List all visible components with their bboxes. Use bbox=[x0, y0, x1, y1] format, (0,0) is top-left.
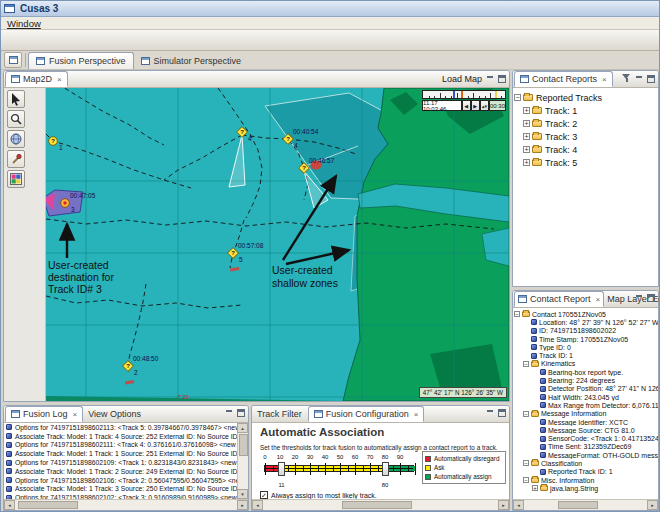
scroll-right-button[interactable]: ▸ bbox=[498, 500, 509, 510]
log-entry[interactable]: Associate Track: Model: 1 Track: 1 Sourc… bbox=[5, 449, 237, 458]
tab-simulator-perspective[interactable]: Simulator Perspective bbox=[134, 52, 249, 69]
tab-fusion-configuration[interactable]: Fusion Configuration × bbox=[308, 406, 425, 422]
expand-icon[interactable]: + bbox=[523, 107, 530, 114]
collapse-icon[interactable]: − bbox=[523, 460, 529, 466]
tree-node[interactable]: Type ID: 0 bbox=[513, 343, 658, 351]
open-perspective-button[interactable] bbox=[4, 52, 22, 68]
tree-node[interactable]: Track ID: 1 bbox=[513, 351, 658, 359]
tree-node[interactable]: Half Width: 243.045 yd bbox=[513, 393, 658, 401]
scroll-up-button[interactable]: ▴ bbox=[237, 423, 248, 433]
scroll-down-button[interactable]: ▾ bbox=[237, 489, 248, 499]
menu-window[interactable]: Window bbox=[1, 18, 47, 29]
tree-node[interactable]: −Contact 170551ZNov05 bbox=[513, 310, 658, 318]
tree-node[interactable]: Reported Track ID: 1 bbox=[513, 468, 658, 476]
map-canvas[interactable]: ?1?4?400:40:54?00:46:57300:47:05?500:57:… bbox=[46, 88, 509, 401]
tree-node[interactable]: −Classification bbox=[513, 459, 658, 467]
titlebar[interactable]: Cusas 3 bbox=[1, 1, 659, 17]
log-entry[interactable]: Options for 74197151898602113: <Track 5:… bbox=[5, 423, 237, 432]
association-threshold-slider[interactable]: 01020304050607080901180 bbox=[264, 465, 414, 472]
log-entry[interactable]: Options for 74197151898602111: <Track 4:… bbox=[5, 441, 237, 450]
tree-node[interactable]: −Message Information bbox=[513, 410, 658, 418]
expand-icon[interactable]: + bbox=[523, 133, 530, 140]
tree-node[interactable]: SensorCode: <Track 1: 0.41713524/0.4171 bbox=[513, 434, 658, 442]
tree-node[interactable]: Message Identifier: XCTC bbox=[513, 418, 658, 426]
tree-node[interactable]: Time Stamp: 170551ZNov05 bbox=[513, 335, 658, 343]
tree-node[interactable]: Message Source: CTG 81.0 bbox=[513, 426, 658, 434]
vertical-scrollbar[interactable]: ▴ ▾ bbox=[237, 423, 248, 499]
tab-track-filter[interactable]: Track Filter bbox=[252, 406, 307, 422]
tree-node[interactable]: +Track: 4 bbox=[513, 143, 658, 156]
minimize-icon[interactable] bbox=[486, 409, 494, 417]
minimize-icon[interactable] bbox=[635, 294, 643, 302]
scroll-thumb[interactable] bbox=[239, 434, 248, 456]
scroll-right-button[interactable]: ▸ bbox=[647, 500, 658, 510]
scroll-right-button[interactable]: ▸ bbox=[237, 500, 248, 510]
expand-icon[interactable]: + bbox=[523, 120, 530, 127]
checkbox[interactable]: ✓ bbox=[260, 491, 268, 499]
log-entry[interactable]: Associate Track: Model: 1 Track: 2 Sourc… bbox=[5, 467, 237, 476]
close-icon[interactable]: × bbox=[57, 75, 62, 84]
tree-node[interactable]: −Misc. Information bbox=[513, 476, 658, 484]
tree-node[interactable]: +Track: 5 bbox=[513, 156, 658, 169]
step-forward-button[interactable]: ▶ bbox=[471, 100, 480, 111]
tree-node[interactable]: Detector Position: 48° 27' 41" N 126° 52… bbox=[513, 385, 658, 393]
collapse-icon[interactable]: − bbox=[514, 311, 520, 317]
load-map-button[interactable]: Load Map bbox=[442, 74, 482, 84]
tab-contact-reports[interactable]: Contact Reports × bbox=[514, 71, 613, 87]
tree-node[interactable]: Max Range from Detector: 6,076.115 yd bbox=[513, 401, 658, 409]
slider-handle-high[interactable] bbox=[382, 462, 389, 476]
expand-icon[interactable]: + bbox=[532, 485, 538, 491]
filter-icon[interactable] bbox=[622, 74, 631, 83]
close-icon[interactable]: × bbox=[602, 75, 607, 84]
map-tool-globe-button[interactable] bbox=[7, 130, 25, 148]
tree-node[interactable]: −Reported Tracks bbox=[513, 91, 658, 104]
log-entry[interactable]: Associate Track: Model: 1 Track: 4 Sourc… bbox=[5, 432, 237, 441]
close-icon[interactable]: × bbox=[596, 295, 601, 304]
tab-contact-report[interactable]: Contact Report × bbox=[514, 291, 604, 307]
maximize-icon[interactable] bbox=[498, 75, 506, 83]
interval-spinner[interactable]: ▴▾ bbox=[480, 100, 489, 111]
collapse-icon[interactable]: − bbox=[523, 411, 529, 417]
map-tool-zoom-button[interactable] bbox=[7, 110, 25, 128]
collapse-icon[interactable]: − bbox=[514, 94, 521, 101]
horizontal-scrollbar[interactable]: ◂ ▸ bbox=[4, 499, 248, 510]
maximize-icon[interactable] bbox=[237, 409, 245, 417]
horizontal-scrollbar[interactable]: ◂ ▸ bbox=[513, 499, 658, 510]
maximize-icon[interactable] bbox=[647, 75, 655, 83]
slider-handle-low[interactable] bbox=[278, 462, 285, 476]
maximize-icon[interactable] bbox=[498, 409, 506, 417]
minimize-icon[interactable] bbox=[225, 409, 233, 417]
tab-fusion-log[interactable]: Fusion Log × bbox=[5, 406, 83, 422]
tree-node[interactable]: Bearing: 224 degrees bbox=[513, 376, 658, 384]
log-entry[interactable]: Associate Track: Model: 1 Track: 3 Sourc… bbox=[5, 485, 237, 494]
scroll-left-button[interactable]: ◂ bbox=[252, 500, 263, 510]
tree-node[interactable]: +Track: 2 bbox=[513, 117, 658, 130]
tree-node[interactable]: −Kinematics bbox=[513, 360, 658, 368]
map-tool-layers-button[interactable] bbox=[7, 170, 25, 188]
scroll-left-button[interactable]: ◂ bbox=[4, 500, 15, 510]
tree-node[interactable]: Time Sent: 312359ZDec69 bbox=[513, 443, 658, 451]
tree-node[interactable]: +Track: 1 bbox=[513, 104, 658, 117]
map-tool-pin-button[interactable] bbox=[7, 150, 25, 168]
tree-node[interactable]: Bearing-box report type. bbox=[513, 368, 658, 376]
maximize-icon[interactable] bbox=[647, 294, 655, 302]
log-entry[interactable]: Options for 74197151898602109: <Track 1:… bbox=[5, 458, 237, 467]
horizontal-scrollbar[interactable]: ◂ ▸ bbox=[252, 499, 509, 510]
tree-node[interactable]: Location: 48° 27' 39" N 126° 52' 27" W bbox=[513, 318, 658, 326]
step-back-button[interactable]: ◀ bbox=[462, 100, 471, 111]
tree-node[interactable]: MessageFormat: OTH-GOLD message forma bbox=[513, 451, 658, 459]
tab-view-options[interactable]: View Options bbox=[83, 406, 146, 422]
expand-icon[interactable]: + bbox=[523, 146, 530, 153]
map-tool-select-button[interactable] bbox=[7, 90, 25, 108]
close-icon[interactable]: × bbox=[414, 410, 419, 419]
tree-node[interactable]: +java.lang.String bbox=[513, 484, 658, 492]
minimize-icon[interactable] bbox=[486, 75, 494, 83]
collapse-icon[interactable]: − bbox=[523, 361, 529, 367]
minimize-icon[interactable] bbox=[635, 75, 643, 83]
scroll-thumb[interactable] bbox=[342, 501, 412, 509]
scroll-left-button[interactable]: ◂ bbox=[513, 500, 524, 510]
collapse-icon[interactable]: − bbox=[523, 477, 529, 483]
tab-map2d[interactable]: Map2D × bbox=[5, 71, 68, 87]
tree-node[interactable]: +Track: 3 bbox=[513, 130, 658, 143]
close-icon[interactable]: × bbox=[73, 410, 78, 419]
